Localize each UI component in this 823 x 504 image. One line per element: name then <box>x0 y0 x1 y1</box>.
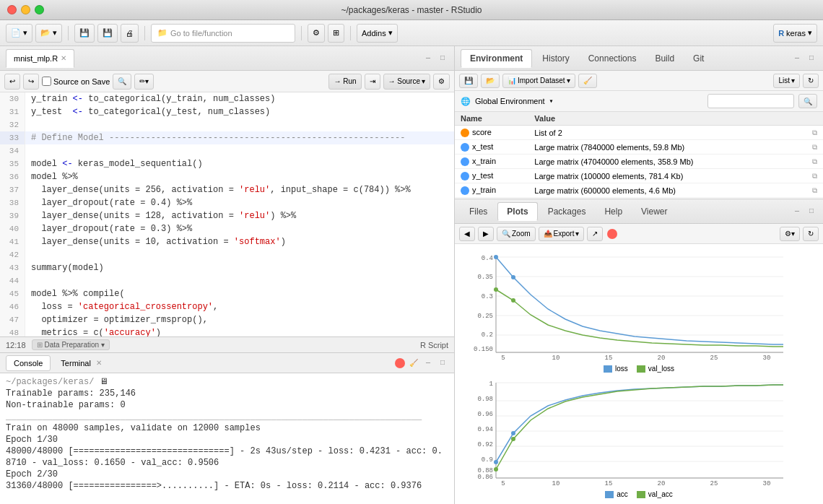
env-search-input[interactable] <box>707 94 794 108</box>
env-row-copy[interactable]: ⧉ <box>797 126 823 140</box>
cursor-position: 12:18 <box>6 341 26 349</box>
env-toolbar: 💾 📂 📊 Import Dataset ▾ 🧹 List ▾ ↻ <box>455 71 823 91</box>
console-maximize-icon[interactable]: □ <box>437 357 448 369</box>
acc-swatch <box>605 491 614 498</box>
editor-area: mnist_mlp.R ✕ — □ ↩ ↪ Source on Save 🔍 ✏… <box>0 46 454 352</box>
tab-history[interactable]: History <box>534 49 578 68</box>
export-label: Export <box>554 230 575 238</box>
val-acc-legend-item: val_acc <box>637 490 673 498</box>
tab-history-label: History <box>542 53 569 64</box>
tab-help[interactable]: Help <box>596 202 631 221</box>
editor-maximize-icon[interactable]: □ <box>437 53 448 64</box>
plots-stop-button[interactable] <box>607 229 617 239</box>
run-button[interactable]: → Run <box>328 74 361 90</box>
tab-plots[interactable]: Plots <box>497 202 537 221</box>
save-button[interactable]: 💾 <box>74 24 95 43</box>
loss-chart-container: 0.4 0.35 0.3 0.25 0.2 0.150 5 10 15 20 2… <box>461 250 817 373</box>
plots-maximize-icon[interactable]: □ <box>806 206 817 217</box>
val-loss-swatch <box>637 365 645 373</box>
compile-button[interactable]: ⚙ <box>433 74 450 90</box>
terminal-tab[interactable]: Terminal ✕ <box>53 355 109 371</box>
env-load-button[interactable]: 📂 <box>481 74 500 88</box>
svg-point-50 <box>511 437 515 441</box>
plots-refresh-button[interactable]: ↻ <box>803 227 819 241</box>
env-search-button[interactable]: 🔍 <box>798 94 817 108</box>
print-button[interactable]: 🖨 <box>121 24 139 43</box>
console-line-2: Non-trainable params: 0 <box>6 399 448 411</box>
table-row: y_test Large matrix (100000 elements, 78… <box>455 169 823 183</box>
env-row-copy[interactable]: ⧉ <box>797 155 823 169</box>
export-button[interactable]: 📤 Export ▾ <box>539 227 585 241</box>
console-stop-button[interactable] <box>395 358 405 368</box>
console-minimize-icon[interactable]: — <box>422 357 434 369</box>
minimize-button[interactable] <box>21 5 30 14</box>
workspace-button[interactable]: R keras ▾ <box>773 24 817 43</box>
workspace-label: keras <box>786 29 806 38</box>
maximize-button[interactable] <box>35 5 44 14</box>
tab-connections[interactable]: Connections <box>580 49 645 68</box>
env-save-button[interactable]: 💾 <box>459 74 478 88</box>
plots-settings-button[interactable]: ⚙▾ <box>780 227 800 241</box>
zoom-button[interactable]: 🔍 Zoom <box>497 227 536 241</box>
editor-status-bar: 12:18 ⊞ Data Preparation ▾ R Script <box>0 336 454 352</box>
tab-viewer[interactable]: Viewer <box>632 202 676 221</box>
plots-nav-button[interactable]: ↗ <box>587 227 603 241</box>
import-dataset-button[interactable]: 📊 Import Dataset ▾ <box>502 74 575 88</box>
open-file-button[interactable]: 📂▾ <box>35 24 62 43</box>
section-name: Data Preparation <box>45 341 100 349</box>
grid-button[interactable]: ⊞ <box>328 24 344 43</box>
code-line-44: 44 <box>0 274 454 287</box>
tab-build[interactable]: Build <box>646 49 683 68</box>
run-next-button[interactable]: ⇥ <box>365 74 380 90</box>
env-row-name: score <box>455 126 528 140</box>
console-clear-icon[interactable]: 🧹 <box>408 357 419 369</box>
editor-minimize-icon[interactable]: — <box>422 53 434 64</box>
plots-content: 0.4 0.35 0.3 0.25 0.2 0.150 5 10 15 20 2… <box>455 244 823 504</box>
source-button[interactable]: → Source ▾ <box>383 74 430 90</box>
acc-chart-container: 1 0.98 0.96 0.94 0.92 0.9 0.88 0.86 5 10… <box>461 375 817 498</box>
blue-icon <box>461 172 469 181</box>
go-to-file-input[interactable]: 📁 Go to file/function <box>151 24 295 43</box>
code-editor[interactable]: 30 y_train <- to_categorical(y_train, nu… <box>0 92 454 336</box>
env-row-copy[interactable]: ⧉ <box>797 169 823 183</box>
run-label: → Run <box>334 77 356 85</box>
editor-tab-mnistmlp[interactable]: mnist_mlp.R ✕ <box>6 49 74 68</box>
svg-text:25: 25 <box>710 480 718 487</box>
tab-files[interactable]: Files <box>461 202 496 221</box>
addins-button[interactable]: Addins ▾ <box>357 24 398 43</box>
search-button[interactable]: 🔍 <box>113 74 131 90</box>
close-button[interactable] <box>7 5 17 14</box>
tab-files-label: Files <box>469 207 487 217</box>
undo-button[interactable]: ↩ <box>4 74 20 90</box>
format-button[interactable]: ✏▾ <box>134 74 154 90</box>
redo-button[interactable]: ↪ <box>23 74 39 90</box>
save-all-button[interactable]: 💾 <box>97 24 118 43</box>
env-broom-button[interactable]: 🧹 <box>578 74 597 88</box>
git-button[interactable]: ⚙ <box>308 24 325 43</box>
section-label[interactable]: ⊞ Data Preparation ▾ <box>32 339 110 350</box>
plots-minimize-icon[interactable]: — <box>791 206 803 217</box>
env-minimize-icon[interactable]: — <box>791 53 803 64</box>
tab-environment[interactable]: Environment <box>461 49 532 68</box>
console-content[interactable]: ~/packages/keras/ 🖥 Trainable params: 23… <box>0 373 454 504</box>
env-row-copy[interactable]: ⧉ <box>797 183 823 198</box>
plots-forward-button[interactable]: ▶ <box>478 227 494 241</box>
env-row-copy[interactable]: ⧉ <box>797 140 823 155</box>
window-controls[interactable] <box>7 5 44 14</box>
titlebar: ~/packages/keras - master - RStudio <box>0 0 823 20</box>
tab-git[interactable]: Git <box>684 49 713 68</box>
env-refresh-button[interactable]: ↻ <box>803 74 819 88</box>
toolbar-separator-4 <box>350 26 351 40</box>
new-file-button[interactable]: 📄▾ <box>6 24 32 43</box>
svg-text:0.150: 0.150 <box>474 346 493 353</box>
console-tab[interactable]: Console <box>6 355 51 371</box>
source-on-save-checkbox[interactable] <box>42 77 51 86</box>
tab-packages[interactable]: Packages <box>539 202 595 221</box>
global-env-label[interactable]: Global Environment <box>475 97 545 105</box>
code-line-45: 45 model %>% compile( <box>0 287 454 300</box>
close-tab-icon[interactable]: ✕ <box>61 54 66 62</box>
list-view-button[interactable]: List ▾ <box>773 74 800 88</box>
plots-back-button[interactable]: ◀ <box>459 227 475 241</box>
env-maximize-icon[interactable]: □ <box>806 53 817 64</box>
terminal-close-icon[interactable]: ✕ <box>96 359 102 367</box>
